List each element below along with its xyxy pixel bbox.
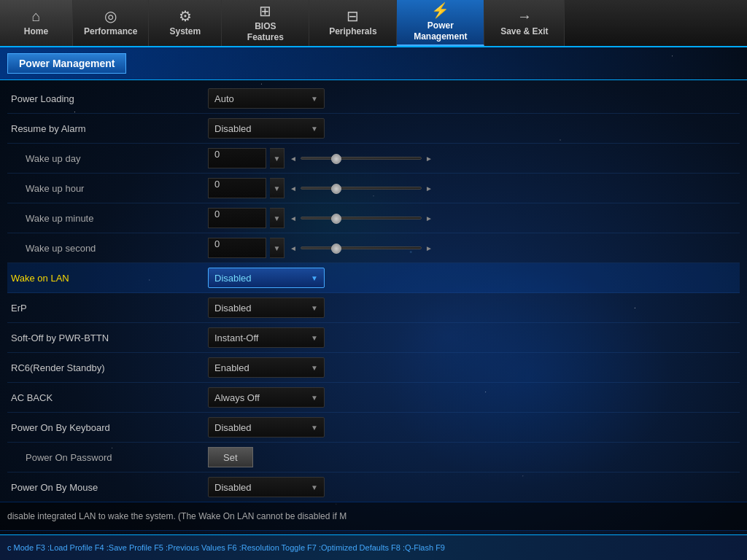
nav-peripherals[interactable]: ⊟ Peripherals <box>309 0 397 46</box>
rc6-label: RC6(Render Standby) <box>11 362 208 373</box>
wake-up-minute-track: ◄ ► <box>288 213 434 223</box>
wake-up-day-input[interactable]: 0 <box>208 148 266 168</box>
nav-system[interactable]: ⚙ System <box>149 0 222 46</box>
erp-label: ErP <box>11 303 208 314</box>
track-bar <box>301 157 422 160</box>
power-on-keyboard-value: Disabled <box>214 422 307 433</box>
slider-left-icon4[interactable]: ◄ <box>288 243 298 253</box>
soft-off-pwr-dropdown[interactable]: Instant-Off ▼ <box>208 327 325 348</box>
setting-soft-off-pwr: Soft-Off by PWR-BTTN Instant-Off ▼ <box>7 323 740 353</box>
power-icon: ⚡ <box>431 3 449 18</box>
nav-save-exit-label: Save & Exit <box>500 26 548 36</box>
setting-rc6: RC6(Render Standby) Enabled ▼ <box>7 353 740 383</box>
nav-performance-label: Performance <box>84 26 137 36</box>
wake-up-day-slider: 0 ▼ ◄ ► <box>208 148 434 168</box>
power-loading-dropdown[interactable]: Auto ▼ <box>208 88 325 109</box>
wake-up-day-arrow[interactable]: ▼ <box>270 148 285 168</box>
nav-power-management[interactable]: ⚡ PowerManagement <box>397 0 484 46</box>
setting-ac-back: AC BACK Always Off ▼ <box>7 383 740 413</box>
wake-up-hour-slider: 0 ▼ ◄ ► <box>208 178 434 198</box>
slider-left-icon2[interactable]: ◄ <box>288 183 298 193</box>
wake-on-lan-label: Wake on LAN <box>11 273 208 284</box>
slider-left-icon[interactable]: ◄ <box>288 153 298 163</box>
wake-up-second-label: Wake up second <box>11 243 208 254</box>
power-on-mouse-value: Disabled <box>214 482 307 493</box>
setting-wake-on-lan: Wake on LAN Disabled ▼ <box>7 263 740 293</box>
peripherals-icon: ⊟ <box>347 9 359 23</box>
set-password-button[interactable]: Set <box>208 447 253 467</box>
resume-by-alarm-label: Resume by Alarm <box>11 123 208 134</box>
power-on-mouse-label: Power On By Mouse <box>11 482 208 493</box>
dropdown-arrow-icon9: ▼ <box>311 483 318 491</box>
nav-power-label: PowerManagement <box>414 20 467 42</box>
info-bar: disable integrated LAN to wake the syste… <box>0 502 747 531</box>
wake-up-second-arrow[interactable]: ▼ <box>270 238 285 258</box>
wake-up-hour-input[interactable]: 0 <box>208 178 266 198</box>
wake-up-minute-arrow[interactable]: ▼ <box>270 208 285 228</box>
setting-resume-by-alarm: Resume by Alarm Disabled ▼ <box>7 114 740 144</box>
page-header: Power Management <box>0 47 747 80</box>
navbar: ⌂ Home ◎ Performance ⚙ System ⊞ BIOSFeat… <box>0 0 747 47</box>
ac-back-value: Always Off <box>214 392 307 403</box>
nav-performance[interactable]: ◎ Performance <box>73 0 149 46</box>
slider-right-icon[interactable]: ► <box>424 153 434 163</box>
slider-right-icon4[interactable]: ► <box>424 243 434 253</box>
power-on-mouse-dropdown[interactable]: Disabled ▼ <box>208 477 325 497</box>
wake-on-lan-value: Disabled <box>214 273 307 284</box>
settings-panel: Power Loading Auto ▼ Resume by Alarm Dis… <box>0 80 747 502</box>
nav-bios-label: BIOSFeatures <box>247 21 284 42</box>
slider-right-icon2[interactable]: ► <box>424 183 434 193</box>
nav-home-label: Home <box>24 26 48 36</box>
bios-icon: ⊞ <box>259 4 271 18</box>
soft-off-pwr-value: Instant-Off <box>214 332 307 343</box>
erp-value: Disabled <box>214 303 307 314</box>
soft-off-pwr-label: Soft-Off by PWR-BTTN <box>11 332 208 343</box>
ac-back-label: AC BACK <box>11 392 208 403</box>
bottom-bar-text: c Mode F3 :Load Profile F4 :Save Profile… <box>7 543 445 552</box>
wake-up-minute-slider: 0 ▼ ◄ ► <box>208 208 434 228</box>
rc6-value: Enabled <box>214 362 307 373</box>
wake-up-second-slider: 0 ▼ ◄ ► <box>208 238 434 258</box>
dropdown-arrow-icon5: ▼ <box>311 334 318 342</box>
nav-home[interactable]: ⌂ Home <box>0 0 73 46</box>
setting-wake-up-day: Wake up day 0 ▼ ◄ ► <box>7 144 740 174</box>
nav-save-exit[interactable]: → Save & Exit <box>484 0 565 46</box>
track-thumb <box>331 154 341 164</box>
wake-on-lan-dropdown[interactable]: Disabled ▼ <box>208 268 325 288</box>
power-on-keyboard-dropdown[interactable]: Disabled ▼ <box>208 417 325 438</box>
erp-dropdown[interactable]: Disabled ▼ <box>208 298 325 318</box>
wake-up-hour-arrow[interactable]: ▼ <box>270 178 285 198</box>
nav-peripherals-label: Peripherals <box>329 26 376 36</box>
nav-system-label: System <box>170 26 201 36</box>
wake-up-second-track: ◄ ► <box>288 243 434 253</box>
wake-up-minute-input[interactable]: 0 <box>208 208 266 228</box>
dropdown-arrow-icon7: ▼ <box>311 394 318 402</box>
system-icon: ⚙ <box>179 9 192 23</box>
page-title: Power Management <box>7 53 126 74</box>
nav-bios-features[interactable]: ⊞ BIOSFeatures <box>222 0 309 46</box>
resume-by-alarm-dropdown[interactable]: Disabled ▼ <box>208 118 325 139</box>
track-thumb3 <box>331 214 341 224</box>
slider-right-icon3[interactable]: ► <box>424 213 434 223</box>
track-thumb4 <box>331 244 341 254</box>
rc6-dropdown[interactable]: Enabled ▼ <box>208 357 325 378</box>
dropdown-arrow-icon4: ▼ <box>311 304 318 312</box>
power-on-keyboard-label: Power On By Keyboard <box>11 422 208 433</box>
dropdown-arrow-icon2: ▼ <box>311 125 318 133</box>
track-bar2 <box>301 187 422 190</box>
track-bar3 <box>301 217 422 219</box>
setting-power-loading: Power Loading Auto ▼ <box>7 84 740 114</box>
setting-power-on-password: Power On Password Set <box>7 443 740 472</box>
wake-up-second-input[interactable]: 0 <box>208 238 266 258</box>
ac-back-dropdown[interactable]: Always Off ▼ <box>208 387 325 408</box>
setting-wake-up-minute: Wake up minute 0 ▼ ◄ ► <box>7 203 740 233</box>
wake-up-minute-label: Wake up minute <box>11 213 208 224</box>
home-icon: ⌂ <box>31 9 40 23</box>
setting-erp: ErP Disabled ▼ <box>7 293 740 323</box>
dropdown-arrow-icon6: ▼ <box>311 364 318 372</box>
dropdown-arrow-icon: ▼ <box>311 95 318 103</box>
bottom-bar: c Mode F3 :Load Profile F4 :Save Profile… <box>0 534 747 560</box>
resume-by-alarm-value: Disabled <box>214 123 307 134</box>
slider-left-icon3[interactable]: ◄ <box>288 213 298 223</box>
performance-icon: ◎ <box>104 9 117 23</box>
